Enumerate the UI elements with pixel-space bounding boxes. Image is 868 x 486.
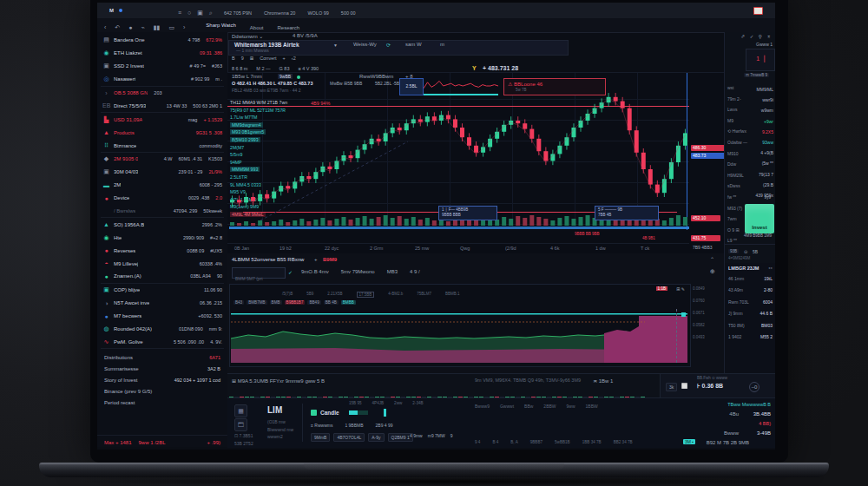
nav-link-0[interactable]: About [250,25,264,30]
order-field-10[interactable]: fw ** [727,192,747,203]
watchlist-row[interactable]: ◆2M 9105 04.W60M1 .4 31K1503 [97,153,227,166]
right-teal[interactable]: TBww MwwwwwB B [727,402,771,407]
status-link-0[interactable]: Bwww9 [475,404,490,409]
watchlist-row[interactable]: ●Device0029 .4382.0 [97,192,227,205]
depth-chip-4[interactable]: BB49 [307,300,320,305]
status-teal-chip[interactable]: 3M ▪ [683,439,695,444]
timeframe-select[interactable]: Weiss-Wy [353,42,377,47]
settings-gear-icon[interactable]: ⊕ [710,268,715,275]
nav-link-1[interactable]: Research [278,25,300,30]
main-chart[interactable]: 1B5w L 7mm 9wBB RwwW9BBwm + 8 O 482.41 H… [227,72,724,253]
info-r1[interactable]: ≍ 1Bw 1 [593,378,613,384]
watchlist-row[interactable]: ●Znamen.(A)03BL A9490 [97,270,227,283]
watchlist-footer-row[interactable]: Distributions6A71 [97,351,227,363]
x-axis-right[interactable]: 7B9 4BB3 [693,245,713,250]
slider-handle[interactable] [349,410,358,415]
topbar-icon-1[interactable]: ○ [187,10,191,16]
nav-icon-1[interactable]: ↶ [115,24,120,30]
watchlist-row[interactable]: ⠿Bizmancecommodity [97,139,227,152]
minus-icon[interactable]: –0 [749,382,760,392]
status-btn2-2[interactable]: 9 [450,433,453,438]
nav-icon-5[interactable]: ▭ [168,24,174,30]
status-link-2[interactable]: BBw [524,404,533,409]
watchlist-row[interactable]: ▬2M6008 - 295 [97,179,227,192]
topbar-icon-3[interactable]: ⌕ [209,10,213,16]
watchlist-row[interactable]: ▤Bandera One4 798672.9% [97,34,227,47]
mode-label[interactable]: m [440,42,444,47]
watchlist-last-row[interactable]: Max + 1481 9ww 1 /2BL + .99) [104,440,220,445]
chart-tool-3[interactable]: Convert [260,56,276,61]
panel-icon-1[interactable]: ▦ [234,404,247,417]
watchlist-row[interactable]: ◑N5T Awcet inve06.36 .215 [97,297,227,310]
topbar-item-0[interactable]: 642 705 P9N [224,10,252,16]
chart-tool-5[interactable]: ‹2 [292,56,296,61]
bottom-control-2[interactable]: MB3 [387,269,398,274]
order-field-3[interactable]: M9 [727,115,747,127]
status-link-3[interactable]: 2BBW [543,404,556,409]
order-bottom-i1[interactable]: ⊙ [744,249,747,254]
depth-corner-icons[interactable]: ⊞ ✎ [676,286,685,292]
status-link-5[interactable]: 1BBW [586,404,598,409]
chart-tool-1[interactable]: 9 [241,56,244,61]
nav-icon-0[interactable]: ‹ [104,24,106,30]
trades-dots[interactable]: ●● [768,266,773,271]
depth-chip-5[interactable]: BB 4B [324,300,339,305]
status-btn-2[interactable]: A-9y [368,433,384,442]
watchlist-footer-row[interactable]: Story of Invest492 034 + 1097 1 cod [97,374,227,385]
watchlist-row[interactable]: ◉Hte2990i 909#+2 8 [97,231,227,244]
box-icon[interactable]: ⬜ [681,383,688,389]
status-btn2-1[interactable]: m9 7MW [428,433,445,438]
watchlist-footer-row[interactable]: Summarisesse3A2 B [97,363,227,374]
order-field-9[interactable]: sDwss [727,181,747,192]
trade-row[interactable]: 43 A9m2-80 [725,285,775,297]
trade-row[interactable]: 1 9402M55 2 [725,332,775,344]
bottom-control-0[interactable]: 9mO.B 4mv [301,269,329,274]
trade-row[interactable]: 46 1mm19tL [725,273,775,285]
panel-icon-2[interactable]: 🗔 [234,418,247,431]
depth-chart[interactable]: 1:1B ⊞ ✎ /5(7)B5B92.21X5B17.5BB4-BM2.b75… [229,284,691,367]
nav-icon-6[interactable]: › [183,24,185,30]
extension-icon[interactable] [753,7,763,15]
order-panel-icons[interactable]: ⇗ ✓ ⚲ ⌆ [741,34,773,39]
watchlist-row[interactable]: ▣SSD 2 Invest# 49 7=#J63 [97,60,227,73]
watchlist-row[interactable]: ◍Rounded 042(A)01DN8 090mm 9: [97,323,227,336]
depth-chip-3[interactable]: B9BB1B7 [285,300,306,305]
slider-track[interactable] [349,410,368,415]
order-chip-top[interactable]: ⊡ 7mwwB 9 [744,73,769,77]
order-field-0[interactable]: wst [727,82,747,94]
watchlist-row[interactable]: EBDirect 75/5/9313 4W 33500 63 2M0 1 [97,99,227,112]
bottom-control-3[interactable]: 4 9 / [410,269,420,274]
watchlist-row[interactable]: ◉ETH Liakzet09:31 .386 [97,47,227,60]
candle-toggle-icon[interactable] [311,410,317,416]
watchlist-row[interactable]: ▣30M 04/03239 01 - 292L/9% [97,166,227,179]
order-type-label[interactable]: LIM [267,405,282,415]
status-link-1[interactable]: Gwwwt [500,404,514,409]
topbar-item-2[interactable]: WOLO 99 [307,10,328,16]
order-field-1[interactable]: 79m 2- [727,94,747,105]
kbd-chip[interactable]: 3k [666,383,677,391]
chart-scrollbar[interactable] [229,227,689,229]
order-bottom-chip[interactable]: 93B [728,249,739,253]
trade-row[interactable]: Rwm 703L6004 [725,296,775,308]
status-link-4[interactable]: 9ww [567,404,575,409]
status-btn2-0[interactable]: 4 9mw [410,433,423,438]
nav-icon-4[interactable]: ▮▮ [154,24,161,30]
order-field-7[interactable]: Ddw [727,159,747,170]
depth-chip-6[interactable]: BMBB [341,300,356,305]
order-field-8[interactable]: H9M29L [727,170,747,181]
status-btn-1[interactable]: 4B7O7OL4L [333,433,365,442]
watchlist-row[interactable]: ∿PwM. Golive5 506 .090 .004. 9V. [97,335,227,348]
depth-chip-0[interactable]: B43 [233,300,244,305]
order-field-4[interactable]: ⟲ Hwrfwx [727,126,747,137]
watchlist-row[interactable]: / Bwrslws47094. 29950kweek [97,205,227,218]
order-field-2[interactable]: Lwvs [727,104,747,115]
watchlist-row[interactable]: ●M7 becwers+6092. 530 [97,310,227,323]
symbol-name[interactable]: Whitemarsh 193B Airtek [234,42,299,48]
chart-tool-0[interactable]: B [232,56,235,61]
chart-tool-2[interactable]: ⊞ [250,56,254,61]
watchlist-row[interactable]: ●Reverses0088 09#UX5 [97,244,227,257]
watchlist-footer-row[interactable]: Period recast [97,397,227,408]
nav-icon-3[interactable]: ⌁ [141,24,144,30]
topbar-item-1[interactable]: Chromenna 20 [264,10,295,16]
watchlist-row[interactable]: ▲SO) 1956A.B2996 .2% [97,218,227,231]
